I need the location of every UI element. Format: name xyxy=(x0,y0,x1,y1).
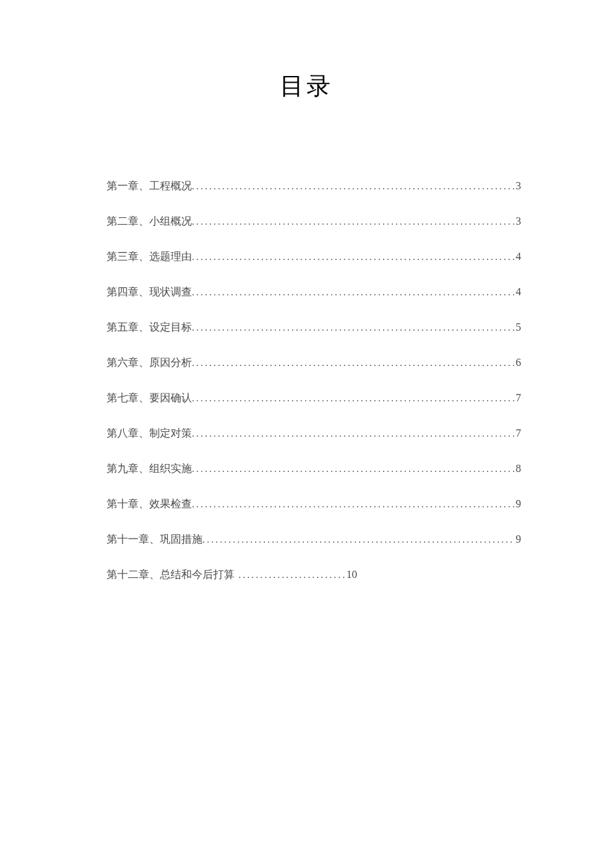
toc-label: 第一章、工程概况 xyxy=(107,179,192,193)
toc-label: 第十章、效果检查 xyxy=(107,497,192,511)
toc-page-number: 10 xyxy=(345,569,357,581)
toc-entry: 第四章、现状调查 4 xyxy=(107,285,521,299)
toc-label: 第十二章、总结和今后打算 xyxy=(107,568,235,582)
toc-leader-dots xyxy=(192,499,514,510)
toc-leader-dots xyxy=(192,429,514,439)
toc-leader-dots xyxy=(239,570,345,581)
toc-page-number: 9 xyxy=(514,533,521,545)
toc-page-number: 5 xyxy=(514,321,521,333)
toc-page-number: 7 xyxy=(514,392,521,404)
toc-entry: 第一章、工程概况 3 xyxy=(107,179,521,193)
toc-entry: 第七章、要因确认 7 xyxy=(107,391,521,405)
toc-label: 第六章、原因分析 xyxy=(107,356,192,370)
toc-page-number: 4 xyxy=(514,286,521,298)
toc-entry: 第十一章、巩固措施 9 xyxy=(107,533,521,547)
toc-page-number: 3 xyxy=(514,180,521,192)
toc-page-number: 4 xyxy=(514,251,521,263)
toc-leader-dots xyxy=(192,287,514,298)
toc-leader-dots xyxy=(203,535,514,545)
toc-label: 第五章、设定目标 xyxy=(107,321,192,335)
toc-entry: 第八章、制定对策 7 xyxy=(107,427,521,441)
toc-leader-dots xyxy=(192,464,514,475)
toc-page-number: 7 xyxy=(514,427,521,439)
toc-label: 第三章、选题理由 xyxy=(107,250,192,264)
toc-leader-dots xyxy=(192,181,514,192)
toc-entry: 第三章、选题理由 4 xyxy=(107,250,521,264)
toc-label: 第八章、制定对策 xyxy=(107,427,192,441)
toc-page-number: 6 xyxy=(514,357,521,369)
toc-label: 第四章、现状调查 xyxy=(107,285,192,299)
toc-page-number: 9 xyxy=(514,498,521,510)
toc-entry: 第十二章、总结和今后打算 10 xyxy=(107,568,521,582)
toc-page-number: 8 xyxy=(514,463,521,475)
toc-entry: 第十章、效果检查 9 xyxy=(107,497,521,511)
toc-entry: 第五章、设定目标 5 xyxy=(107,321,521,335)
toc-label: 第九章、组织实施 xyxy=(107,462,192,476)
toc-entry: 第六章、原因分析 6 xyxy=(107,356,521,370)
toc-leader-dots xyxy=(192,217,514,227)
toc-leader-dots xyxy=(192,323,514,333)
toc-leader-dots xyxy=(192,393,514,404)
toc-entry: 第二章、小组概况 3 xyxy=(107,215,521,229)
toc-label: 第十一章、巩固措施 xyxy=(107,533,203,547)
page-title: 目录 xyxy=(0,70,613,103)
toc-entry: 第九章、组织实施 8 xyxy=(107,462,521,476)
toc-leader-dots xyxy=(192,358,514,369)
toc-label: 第二章、小组概况 xyxy=(107,215,192,229)
table-of-contents: 第一章、工程概况 3 第二章、小组概况 3 第三章、选题理由 4 第四章、现状调… xyxy=(0,179,613,582)
toc-leader-dots xyxy=(192,252,514,263)
toc-label: 第七章、要因确认 xyxy=(107,391,192,405)
toc-page-number: 3 xyxy=(514,215,521,227)
